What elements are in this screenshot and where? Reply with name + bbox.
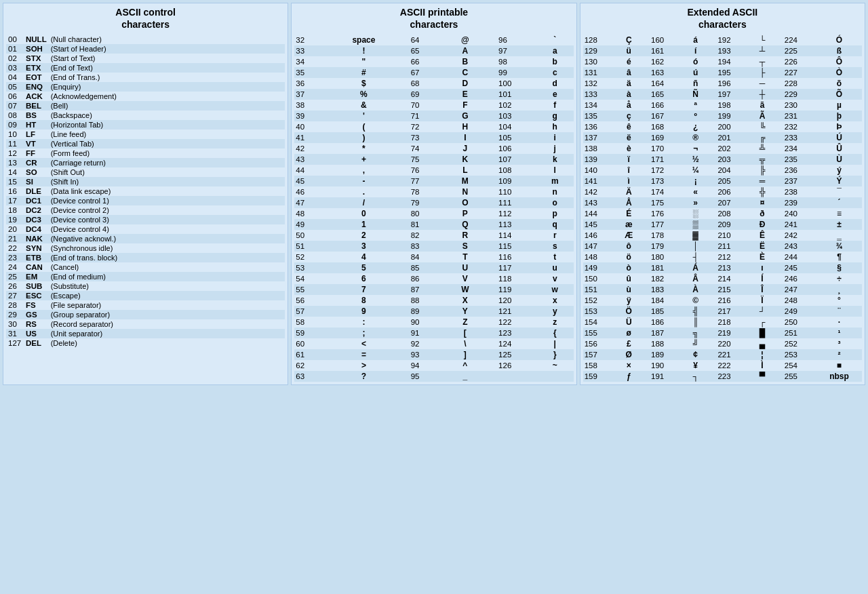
char-symbol: ¿ [683,121,708,132]
table-row: 135 ç 167 º 199 Ã 231 þ [583,111,862,121]
char-symbol: & [332,100,396,111]
table-row: 132 ä 164 ñ 196 ─ 228 õ [583,78,862,89]
table-row: 11 VT (Vertical Tab) [6,139,285,148]
char-number: 12 [6,148,24,158]
char-number: 40 [294,121,332,132]
char-code: SO [24,167,49,177]
char-number: 96 [497,35,536,45]
char-code: DC4 [24,224,49,234]
char-symbol: ¾ [816,241,862,252]
char-number: 189 [650,349,683,360]
char-code: DC3 [24,215,49,224]
char-desc: (End of Trans.) [49,73,285,82]
char-number: 17 [6,196,24,205]
char-number: 193 [716,45,749,56]
char-symbol: J [446,143,484,154]
char-number: 195 [716,67,749,78]
char-symbol: ■ [816,360,862,371]
char-desc: (Device control 1) [49,196,285,205]
char-symbol: L [446,165,484,176]
char-number: 134 [583,100,616,111]
char-number: 18 [6,205,24,215]
char-number: 177 [650,219,683,230]
char-symbol: ] [446,349,484,360]
char-number: 252 [783,338,816,349]
char-symbol: ═ [750,176,775,186]
char-number: 175 [650,197,683,208]
table-row: 10 LF (Line feed) [6,130,285,139]
char-symbol: â [616,67,642,78]
table-row: 04 EOT (End of Trans.) [6,73,285,82]
char-number: 05 [6,82,24,92]
char-symbol: 5 [332,262,396,273]
char-symbol: k [536,154,574,165]
table-row: 07 BEL (Bell) [6,101,285,111]
control-title: ASCII controlcharacters [6,6,285,31]
char-number: 155 [583,328,616,338]
char-symbol: v [536,273,574,284]
char-number: 186 [650,317,683,328]
char-number: 206 [716,186,749,197]
char-number: 87 [410,284,447,295]
table-row: 08 BS (Backspace) [6,111,285,120]
char-number: 240 [783,208,816,219]
char-symbol: _ [446,371,484,382]
table-row: 61 = 93 ] 125 } [294,349,573,360]
table-row: 31 US (Unit separator) [6,329,285,338]
char-symbol: z [536,317,574,328]
char-number: 170 [650,143,683,154]
table-row: 158 × 190 ¥ 222 Ì 254 ■ [583,360,862,371]
char-symbol: ¹ [816,328,862,338]
char-number: 173 [650,176,683,186]
char-symbol: [ [446,328,484,338]
char-symbol: ┘ [750,306,775,317]
char-symbol: S [446,241,484,252]
char-symbol: ÿ [616,295,642,306]
char-number: 135 [583,111,616,121]
char-number: 172 [650,165,683,176]
main-container: ASCII controlcharacters 00 NULL (Null ch… [3,3,865,385]
char-number: 78 [410,186,447,197]
table-row: 144 É 176 ░ 208 ð 240 ≡ [583,208,862,219]
table-row: 128 Ç 160 á 192 └ 224 Ó [583,35,862,45]
char-number: 154 [583,317,616,328]
table-row: 129 ü 161 í 193 ┴ 225 ß [583,45,862,56]
char-number: 239 [783,197,816,208]
char-number: 00 [6,35,24,44]
char-number: 127 [6,338,24,348]
char-symbol: ì [616,176,642,186]
char-number: 123 [497,328,536,338]
char-number: 75 [410,154,447,165]
char-symbol: Ý [816,176,862,186]
char-number: 228 [783,78,816,89]
char-number: 133 [583,89,616,100]
char-symbol: ╚ [750,121,775,132]
char-number: 104 [497,121,536,132]
char-symbol: $ [332,78,396,89]
char-number: 209 [716,219,749,230]
char-code: BS [24,111,49,120]
char-symbol: é [616,56,642,67]
char-symbol: Ç [616,35,642,45]
char-number: 163 [650,67,683,78]
table-row: 33 ! 65 A 97 a [294,45,573,56]
char-number: 16 [6,186,24,196]
char-number: 165 [650,89,683,100]
char-number: 229 [783,89,816,100]
table-row: 157 Ø 189 ¢ 221 ¦ 253 ² [583,349,862,360]
char-number: 116 [497,252,536,262]
control-table: 00 NULL (Null character) 01 SOH (Start o… [6,35,285,348]
char-number: 171 [650,154,683,165]
char-number: 46 [294,186,332,197]
char-number: 157 [583,349,616,360]
table-row: 48 0 80 P 112 p [294,208,573,219]
table-row: 51 3 83 S 115 s [294,241,573,252]
table-row: 22 SYN (Synchronous idle) [6,243,285,253]
char-number: 29 [6,310,24,319]
table-row: 139 ï 171 ½ 203 ╦ 235 Ù [583,154,862,165]
char-desc: (Group separator) [49,310,285,319]
char-symbol: < [332,338,396,349]
char-code: ETB [24,253,49,262]
char-symbol: å [616,100,642,111]
char-symbol: © [683,295,708,306]
